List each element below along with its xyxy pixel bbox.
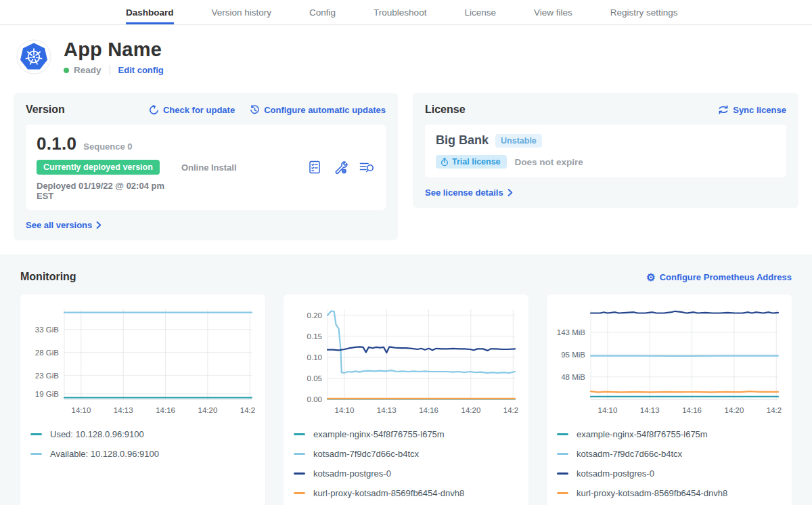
refresh-icon — [149, 105, 159, 115]
legend-swatch — [294, 492, 305, 494]
tab-dashboard[interactable]: Dashboard — [126, 0, 174, 24]
license-panel: License Sync license Big Bank Unstable — [413, 93, 798, 208]
svg-text:95 MiB: 95 MiB — [561, 351, 585, 359]
svg-text:14:23: 14:23 — [240, 406, 255, 414]
tab-license[interactable]: License — [464, 0, 496, 24]
svg-text:0.20: 0.20 — [307, 311, 322, 320]
see-all-versions-link[interactable]: See all versions — [26, 220, 102, 230]
trial-license-badge: Trial license — [436, 155, 507, 169]
legend-item: example-nginx-54f8f76755-l675m — [557, 424, 782, 444]
disk-usage-legend: Used: 10.128.0.96:9100Available: 10.128.… — [30, 424, 255, 464]
app-header: App Name Ready Edit config — [0, 25, 812, 85]
tab-registry-settings[interactable]: Registry settings — [610, 0, 678, 24]
svg-text:14:23: 14:23 — [503, 406, 518, 414]
configure-automatic-updates-button[interactable]: Configure automatic updates — [250, 105, 386, 115]
legend-swatch — [557, 453, 568, 455]
disk-usage-chart: 19 GiB23 GiB28 GiB33 GiB14:1014:1314:161… — [30, 303, 255, 418]
tab-config[interactable]: Config — [309, 0, 336, 24]
svg-text:14:20: 14:20 — [461, 406, 481, 414]
monitoring-section: Monitoring ⚙ Configure Prometheus Addres… — [0, 255, 812, 505]
disk-usage-card: 19 GiB23 GiB28 GiB33 GiB14:1014:1314:161… — [20, 294, 265, 505]
legend-label: kotsadm-postgres-0 — [577, 468, 654, 479]
svg-text:14:13: 14:13 — [114, 406, 133, 414]
legend-label: Used: 10.128.0.96:9100 — [50, 429, 144, 439]
legend-label: Available: 10.128.0.96:9100 — [50, 449, 159, 459]
channel-badge: Unstable — [495, 134, 542, 148]
monitoring-title: Monitoring — [20, 271, 76, 283]
legend-swatch — [294, 473, 305, 475]
license-expiration: Does not expire — [515, 157, 583, 167]
svg-text:23 GiB: 23 GiB — [35, 372, 59, 380]
svg-text:14:13: 14:13 — [377, 406, 397, 414]
svg-text:143 MiB: 143 MiB — [557, 328, 585, 336]
see-license-details-link[interactable]: See license details — [425, 188, 513, 198]
svg-text:0.00: 0.00 — [307, 395, 322, 403]
tab-version-history[interactable]: Version history — [212, 0, 272, 24]
legend-item: kotsadm-7f9dc7d66c-b4tcx — [294, 444, 518, 464]
stopwatch-icon — [441, 158, 449, 167]
svg-text:14:10: 14:10 — [598, 406, 618, 414]
legend-item: Available: 10.128.0.96:9100 — [30, 444, 255, 464]
status-text: Ready — [74, 65, 102, 75]
svg-text:14:16: 14:16 — [419, 406, 438, 414]
configure-prometheus-button[interactable]: ⚙ Configure Prometheus Address — [646, 272, 792, 282]
license-panel-title: License — [425, 104, 466, 116]
deploy-logs-icon[interactable] — [359, 160, 375, 175]
tab-view-files[interactable]: View files — [534, 0, 572, 24]
legend-item: kurl-proxy-kotsadm-8569fb6454-dnvh8 — [557, 483, 782, 503]
memory-usage-legend: example-nginx-54f8f76755-l675mkotsadm-7f… — [557, 424, 782, 503]
deployed-timestamp: Deployed 01/19/22 @ 02:04 pm EST — [37, 181, 181, 201]
legend-item: kotsadm-postgres-0 — [557, 464, 782, 483]
legend-swatch — [557, 473, 568, 475]
memory-usage-card: 48 MiB95 MiB143 MiB14:1014:1314:1614:201… — [547, 294, 792, 505]
chevron-right-icon — [96, 221, 102, 229]
cpu-usage-card: 0.000.050.100.150.2014:1014:1314:1614:20… — [284, 294, 528, 505]
install-type-label: Online Install — [181, 162, 307, 173]
svg-text:14:13: 14:13 — [640, 406, 660, 414]
chevron-right-icon — [508, 189, 513, 196]
svg-text:0.05: 0.05 — [307, 374, 322, 382]
legend-label: example-nginx-54f8f76755-l675m — [577, 429, 708, 439]
kubernetes-icon — [16, 39, 51, 74]
status-dot — [64, 68, 69, 73]
version-panel-title: Version — [26, 104, 65, 116]
sync-license-button[interactable]: Sync license — [718, 105, 786, 115]
legend-swatch — [294, 453, 305, 455]
tab-troubleshoot[interactable]: Troubleshoot — [374, 0, 426, 24]
currently-deployed-badge: Currently deployed version — [37, 160, 160, 175]
svg-text:19 GiB: 19 GiB — [35, 390, 59, 398]
sync-arrows-icon — [718, 105, 729, 114]
svg-text:0.15: 0.15 — [307, 332, 322, 341]
svg-text:14:20: 14:20 — [725, 406, 744, 414]
legend-item: kurl-proxy-kotsadm-8569fb6454-dnvh8 — [294, 483, 518, 503]
legend-swatch — [30, 433, 42, 435]
gear-icon: ⚙ — [646, 272, 655, 282]
legend-label: kotsadm-7f9dc7d66c-b4tcx — [577, 449, 682, 459]
version-number: 0.1.0 — [37, 133, 76, 154]
version-sequence: Sequence 0 — [83, 141, 132, 152]
svg-text:14:10: 14:10 — [72, 406, 91, 414]
cpu-usage-legend: example-nginx-54f8f76755-l675mkotsadm-7f… — [294, 424, 518, 503]
svg-text:14:16: 14:16 — [682, 406, 702, 414]
edit-config-link[interactable]: Edit config — [118, 65, 164, 75]
legend-swatch — [557, 433, 568, 435]
svg-text:14:10: 14:10 — [335, 406, 355, 414]
legend-label: kotsadm-postgres-0 — [313, 468, 391, 479]
memory-usage-chart: 48 MiB95 MiB143 MiB14:1014:1314:1614:201… — [557, 303, 782, 418]
preflight-checks-icon[interactable] — [307, 160, 322, 175]
svg-text:28 GiB: 28 GiB — [35, 349, 59, 357]
legend-label: kotsadm-7f9dc7d66c-b4tcx — [313, 449, 419, 459]
legend-swatch — [294, 433, 305, 435]
config-wrench-icon[interactable] — [333, 160, 348, 175]
legend-swatch — [557, 492, 568, 494]
check-for-update-button[interactable]: Check for update — [149, 105, 235, 115]
legend-label: kurl-proxy-kotsadm-8569fb6454-dnvh8 — [577, 488, 727, 498]
legend-item: kotsadm-postgres-0 — [294, 464, 518, 483]
legend-label: example-nginx-54f8f76755-l675m — [313, 429, 445, 439]
clock-arrow-icon — [250, 105, 260, 115]
svg-text:33 GiB: 33 GiB — [35, 326, 59, 334]
version-panel: Version Check for update — [14, 93, 398, 240]
svg-text:14:16: 14:16 — [156, 406, 175, 414]
legend-item: kotsadm-7f9dc7d66c-b4tcx — [557, 444, 782, 464]
legend-item: example-nginx-54f8f76755-l675m — [294, 424, 518, 444]
